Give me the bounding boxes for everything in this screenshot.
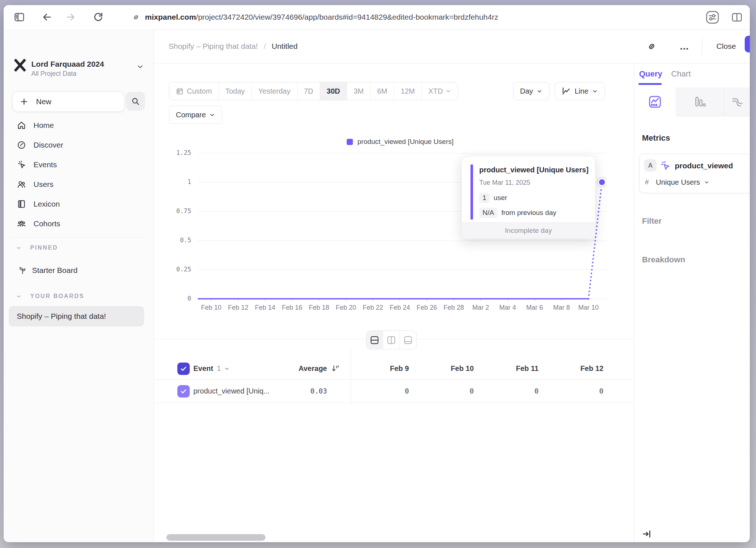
- chevron-down-icon: [592, 88, 598, 94]
- table-row-average: 0.03: [254, 387, 327, 395]
- tooltip-value-unit: user: [494, 194, 507, 202]
- sort-icon[interactable]: [331, 364, 340, 373]
- tooltip-title: product_viewed [Unique Users]: [479, 166, 588, 174]
- tab-chart[interactable]: Chart: [671, 69, 691, 79]
- legend-item[interactable]: product_viewed [Unique Users]: [198, 136, 603, 147]
- range-xtd[interactable]: XTD: [421, 82, 458, 100]
- your-boards-section-header[interactable]: YOUR BOARDS: [4, 291, 154, 302]
- tab-flows[interactable]: [724, 87, 750, 116]
- plus-icon: [20, 98, 28, 106]
- range-label: 6M: [377, 87, 387, 95]
- range-yesterday[interactable]: Yesterday: [251, 82, 297, 100]
- reload-icon[interactable]: [93, 12, 104, 23]
- sidebar-item-starter-board[interactable]: Starter Board: [18, 264, 78, 277]
- sidebar-item-events[interactable]: Events: [4, 155, 154, 175]
- range-30d[interactable]: 30D: [320, 82, 347, 100]
- aggregation-prefix: #: [645, 178, 649, 186]
- more-options-icon[interactable]: [679, 44, 689, 54]
- split-view-icon[interactable]: [731, 12, 743, 23]
- chevron-down-icon: [445, 88, 451, 94]
- breakdown-heading: Breakdown: [642, 255, 685, 265]
- select-all-checkbox[interactable]: [177, 363, 190, 375]
- sidebar-item-label: Users: [34, 180, 54, 189]
- metric-event-name: product_viewed: [675, 161, 733, 170]
- column-header-feb-9[interactable]: Feb 9: [351, 364, 409, 373]
- calendar-icon: [176, 87, 184, 95]
- sidebar-item-board-selected[interactable]: Shopify – Piping that data!: [9, 306, 144, 326]
- range-6m[interactable]: 6M: [370, 82, 394, 100]
- y-axis-label: 0: [165, 295, 191, 302]
- table-cell-value: 0: [351, 387, 409, 395]
- new-button[interactable]: New: [12, 92, 125, 111]
- save-button-edge[interactable]: [745, 36, 750, 52]
- event-column-header[interactable]: Event 1: [193, 364, 230, 373]
- event-count: 1: [217, 364, 221, 373]
- y-axis-label: 1.25: [165, 149, 191, 156]
- layout-chart-only-button[interactable]: [383, 331, 399, 349]
- tab-query[interactable]: Query: [639, 69, 662, 79]
- column-header-feb-11[interactable]: Feb 11: [480, 364, 539, 373]
- filter-heading: Filter: [642, 216, 662, 226]
- breadcrumb-separator: /: [264, 42, 266, 51]
- column-header-feb-10[interactable]: Feb 10: [416, 364, 474, 373]
- sidebar-item-cohorts[interactable]: Cohorts: [4, 214, 154, 234]
- range-label: 12M: [401, 87, 415, 95]
- event-icon: [659, 160, 671, 171]
- y-axis-label: 0.5: [165, 236, 191, 244]
- granularity-dropdown[interactable]: Day: [513, 82, 550, 100]
- copy-link-icon[interactable]: [646, 41, 657, 52]
- search-icon: [131, 97, 140, 106]
- row-checkbox[interactable]: [177, 385, 190, 398]
- range-custom[interactable]: Custom: [169, 82, 218, 100]
- cohorts-icon: [17, 219, 26, 228]
- reader-settings-icon[interactable]: [706, 11, 719, 24]
- sidebar-item-label: Cohorts: [34, 219, 60, 228]
- expand-panel-icon[interactable]: [642, 529, 652, 539]
- mixpanel-logo-icon: [12, 58, 28, 73]
- y-axis-label: 0.75: [165, 207, 191, 215]
- url-field[interactable]: mixpanel.com/project/3472420/view/397469…: [145, 5, 498, 29]
- range-label: Custom: [187, 87, 212, 95]
- chart-tooltip: product_viewed [Unique Users] Tue Mar 11…: [461, 156, 595, 239]
- panel-toggle-icon[interactable]: [14, 12, 25, 23]
- sidebar-item-lexicon[interactable]: Lexicon: [4, 194, 154, 214]
- aggregation-dropdown[interactable]: Unique Users: [656, 178, 710, 187]
- breadcrumb-board[interactable]: Shopify – Piping that data!: [169, 42, 258, 51]
- tab-funnels[interactable]: [676, 87, 724, 116]
- table-cell-value: 0: [545, 387, 603, 395]
- pinned-section-header[interactable]: PINNED: [4, 242, 154, 253]
- back-icon[interactable]: [42, 12, 52, 22]
- range-7d[interactable]: 7D: [297, 82, 320, 100]
- project-name[interactable]: Lord Farquaad 2024: [31, 60, 104, 68]
- tab-insights[interactable]: [634, 87, 676, 116]
- browser-window: mixpanel.com/project/3472420/view/397469…: [4, 5, 750, 542]
- project-chevron-down-icon[interactable]: [136, 63, 144, 71]
- sidebar-item-home[interactable]: Home: [4, 116, 154, 135]
- range-3m[interactable]: 3M: [347, 82, 370, 100]
- range-12m[interactable]: 12M: [394, 82, 421, 100]
- range-label: 7D: [304, 87, 314, 95]
- column-header-feb-12[interactable]: Feb 12: [545, 364, 603, 373]
- tooltip-value: 1: [479, 193, 490, 203]
- sidebar-item-discover[interactable]: Discover: [4, 135, 154, 155]
- layout-table-bottom-button[interactable]: [399, 331, 416, 349]
- forward-icon[interactable]: [66, 12, 76, 22]
- horizontal-scrollbar[interactable]: [166, 534, 265, 541]
- average-column-header[interactable]: Average: [254, 364, 327, 373]
- table-row-border: [154, 403, 634, 403]
- chart-type-dropdown[interactable]: Line: [555, 82, 605, 100]
- breadcrumb-page[interactable]: Untitled: [272, 42, 298, 51]
- layout-split-horizontal-button[interactable]: [366, 331, 383, 349]
- tooltip-date: Tue Mar 11, 2025: [479, 179, 530, 187]
- new-button-label: New: [36, 97, 51, 106]
- view-toggle-group: [366, 330, 417, 349]
- y-axis-label: 0.25: [165, 266, 191, 273]
- search-button[interactable]: [126, 92, 145, 111]
- chart-type-label: Line: [575, 87, 588, 95]
- sidebar-item-users[interactable]: Users: [4, 175, 154, 194]
- compare-dropdown[interactable]: Compare: [169, 106, 222, 124]
- sidebar: Lord Farquaad 2024 All Project Data New …: [4, 29, 154, 542]
- range-today[interactable]: Today: [218, 82, 251, 100]
- close-button[interactable]: Close: [712, 39, 740, 54]
- metric-card[interactable]: A product_viewed # Unique Users: [639, 154, 750, 193]
